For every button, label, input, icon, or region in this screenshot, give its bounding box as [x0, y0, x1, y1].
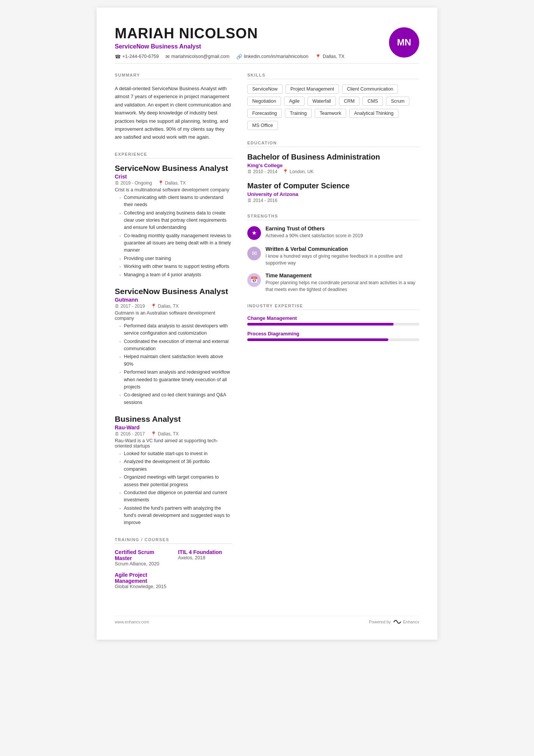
job-2-title: ServiceNow Business Analyst	[115, 287, 232, 296]
job-2-dates: 🗓 2017 - 2019	[115, 304, 145, 309]
training-1-name: Certified Scrum Master	[115, 549, 169, 561]
job-1-title: ServiceNow Business Analyst	[115, 164, 232, 173]
bullet-item: Helped maintain client satisfaction leve…	[119, 353, 232, 368]
skill-tag: Agile	[284, 97, 304, 106]
powered-by-text: Powered by	[369, 620, 391, 624]
avatar: MN	[389, 27, 419, 58]
strength-1-title: Earning Trust of Others	[265, 225, 363, 232]
strength-3-title: Time Management	[265, 272, 419, 279]
linkedin-contact: 🔗 linkedin.com/in/mariahnicolson	[236, 54, 308, 59]
strength-1-content: Earning Trust of Others Achieved a 90% c…	[265, 225, 363, 239]
training-3: Agile Project Management Global Knowledg…	[115, 572, 169, 589]
job-2-meta: 🗓 2017 - 2019 📍 Dallas, TX	[115, 304, 232, 309]
skill-tag: Forecasting	[247, 109, 282, 118]
edu-1-degree: Bachelor of Business Administration	[247, 152, 419, 161]
edu-2-meta: 🗓 2014 - 2016	[247, 198, 419, 203]
strengths-section: STRENGTHS ★ Earning Trust of Others Achi…	[247, 214, 419, 293]
training-label: TRAINING / COURSES	[115, 537, 232, 544]
header-divider	[115, 63, 419, 64]
strength-2-icon: ✉	[247, 247, 261, 260]
skills-grid: ServiceNow Project Management Client Com…	[247, 85, 419, 130]
bullet-item: Coordinated the execution of internal an…	[119, 338, 232, 353]
strength-2-content: Written & Verbal Communication I know a …	[265, 246, 419, 266]
summary-text: A detail-oriented ServiceNow Business An…	[115, 85, 232, 141]
edu-1-meta: 🗓 2010 - 2014 📍 London, UK	[247, 169, 419, 174]
location-icon: 📍	[315, 54, 321, 59]
education-section: EDUCATION Bachelor of Business Administr…	[247, 141, 419, 203]
enhancv-logo-svg	[393, 619, 401, 625]
bullet-item: Looked for suitable start-ups to invest …	[119, 450, 232, 457]
job-1-dates: 🗓 2019 - Ongoing	[115, 180, 152, 186]
expertise-label: INDUSTRY EXPERTISE	[247, 304, 419, 310]
edu-2-dates: 🗓 2014 - 2016	[247, 198, 277, 203]
education-label: EDUCATION	[247, 141, 419, 147]
edu-1-location: 📍 London, UK	[283, 169, 314, 174]
skill-tag: Waterfall	[308, 97, 336, 106]
skill-tag: Teamwork	[315, 109, 346, 118]
main-columns: SUMMARY A detail-oriented ServiceNow Bus…	[115, 73, 419, 605]
bullet-item: Providing user training	[119, 255, 232, 262]
location-contact: 📍 Dallas, TX	[315, 54, 344, 59]
training-3-org: Global Knowledge, 2015	[115, 584, 169, 589]
job-3-desc: Rau-Ward is a VC fund aimed at supportin…	[115, 438, 232, 449]
bullet-item: Performed data analysis to assist develo…	[119, 322, 232, 337]
enhancv-logo: Enhancv	[393, 619, 419, 625]
training-2: ITIL 4 Foundation Axelos, 2018	[178, 549, 232, 567]
contact-info: ☎ +1-244-670-6759 ✉ mariahnicolson@gmail…	[115, 54, 345, 59]
bullet-item: Analyzed the development of 36 portfolio…	[119, 458, 232, 473]
edu-1-dates: 🗓 2010 - 2014	[247, 169, 277, 174]
training-2-org: Axelos, 2018	[178, 555, 232, 560]
skill-tag: ServiceNow	[247, 85, 283, 94]
email-contact: ✉ mariahnicolson@gmail.com	[166, 54, 230, 59]
strength-2-title: Written & Verbal Communication	[265, 246, 419, 252]
expertise-2: Process Diagramming	[247, 331, 419, 341]
summary-section: SUMMARY A detail-oriented ServiceNow Bus…	[115, 73, 232, 141]
header-left: MARIAH NICOLSON ServiceNow Business Anal…	[115, 26, 345, 59]
bullet-item: Managing a team of 4 junior analysts	[119, 271, 232, 279]
bullet-item: Conducted due diligence on potential and…	[119, 489, 232, 504]
skill-tag: CRM	[339, 97, 359, 106]
skill-tag: Scrum	[386, 97, 409, 106]
edu-1-school: King's College	[247, 163, 419, 168]
phone-icon: ☎	[115, 54, 121, 59]
job-1-meta: 🗓 2019 - Ongoing 📍 Dallas, TX	[115, 180, 232, 186]
location-text: Dallas, TX	[323, 54, 344, 59]
expertise-1-bar-fill	[247, 323, 393, 326]
job-1-location: 📍 Dallas, TX	[158, 180, 186, 186]
job-2-desc: Gutmann is an Australian software develo…	[115, 310, 232, 321]
training-1: Certified Scrum Master Scrum Alliance, 2…	[115, 549, 169, 567]
strength-2-desc: I know a hundred ways of giving negative…	[265, 253, 419, 266]
strength-2: ✉ Written & Verbal Communication I know …	[247, 246, 419, 266]
footer-powered: Powered by Enhancv	[369, 619, 419, 625]
skill-tag: Project Management	[286, 85, 339, 94]
skill-tag: Analytical Thinking	[349, 109, 398, 118]
summary-label: SUMMARY	[115, 73, 232, 79]
bullet-item: Co-leading monthly quality management re…	[119, 232, 232, 254]
strength-3-icon: 📅	[247, 273, 261, 287]
job-3-bullets: Looked for suitable start-ups to invest …	[115, 450, 232, 527]
job-2-location: 📍 Dallas, TX	[151, 304, 178, 309]
footer-url: www.enhancv.com	[115, 620, 149, 624]
expertise-section: INDUSTRY EXPERTISE Change Management Pro…	[247, 304, 419, 341]
strength-1-icon: ★	[247, 226, 261, 240]
strength-1: ★ Earning Trust of Others Achieved a 90%…	[247, 225, 419, 240]
strength-3: 📅 Time Management Proper planning helps …	[247, 272, 419, 293]
left-column: SUMMARY A detail-oriented ServiceNow Bus…	[115, 73, 232, 605]
edu-2: Master of Computer Science University of…	[247, 181, 419, 203]
candidate-title: ServiceNow Business Analyst	[115, 43, 345, 50]
job-2: ServiceNow Business Analyst Gutmann 🗓 20…	[115, 287, 232, 406]
job-3-title: Business Analyst	[115, 415, 232, 424]
training-grid: Certified Scrum Master Scrum Alliance, 2…	[115, 549, 232, 595]
expertise-1: Change Management	[247, 315, 419, 326]
bullet-item: Working with other teams to support test…	[119, 263, 232, 270]
candidate-name: MARIAH NICOLSON	[115, 26, 345, 42]
linkedin-icon: 🔗	[236, 54, 242, 59]
strengths-label: STRENGTHS	[247, 214, 419, 220]
bullet-item: Performed team analysis and redesigned w…	[119, 369, 232, 391]
skill-tag: Training	[285, 109, 312, 118]
training-2-name: ITIL 4 Foundation	[178, 549, 232, 555]
expertise-2-bar-bg	[247, 338, 419, 341]
skills-label: SKILLS	[247, 73, 419, 79]
phone-contact: ☎ +1-244-670-6759	[115, 54, 159, 59]
edu-2-school: University of Arizona	[247, 191, 419, 197]
